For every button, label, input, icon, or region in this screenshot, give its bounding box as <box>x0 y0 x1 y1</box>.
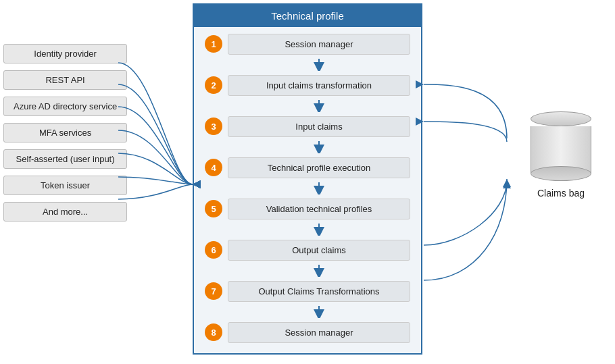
step-badge-3: 3 <box>205 118 222 135</box>
arrow-2-3 <box>228 100 410 112</box>
step-row-7: 7 Output Claims Transformations <box>205 281 410 302</box>
step-box-2: Input claims transformation <box>228 75 410 96</box>
arrow-7-8 <box>228 306 410 318</box>
step-box-4: Technical profile execution <box>228 157 410 178</box>
step-box-7: Output Claims Transformations <box>228 281 410 302</box>
arrow-4-5 <box>228 182 410 194</box>
technical-profile-panel: Technical profile 1 Session manager 2 In… <box>193 3 422 355</box>
step-box-1: Session manager <box>228 34 410 55</box>
panel-header: Technical profile <box>194 5 421 27</box>
left-box-rest-api: REST API <box>3 70 127 90</box>
diagram: Identity provider REST API Azure AD dire… <box>3 3 612 361</box>
arrow-3-4 <box>228 141 410 153</box>
step-badge-7: 7 <box>205 282 222 300</box>
arrow-6-7 <box>228 265 410 277</box>
step-badge-4: 4 <box>205 159 222 176</box>
left-box-more: And more... <box>3 202 127 222</box>
left-box-self-asserted: Self-asserted (user input) <box>3 149 127 169</box>
step-row-1: 1 Session manager <box>205 34 410 55</box>
left-box-mfa: MFA services <box>3 123 127 142</box>
claims-bag-label: Claims bag <box>537 188 585 199</box>
step-row-4: 4 Technical profile execution <box>205 157 410 178</box>
step-badge-5: 5 <box>205 200 222 217</box>
step-row-6: 6 Output claims <box>205 240 410 261</box>
step-badge-1: 1 <box>205 35 222 53</box>
step-box-8: Session manager <box>228 322 410 343</box>
cylinder-bottom <box>531 166 591 181</box>
step-badge-6: 6 <box>205 241 222 259</box>
step-row-2: 2 Input claims transformation <box>205 75 410 96</box>
left-box-token: Token issuer <box>3 176 127 195</box>
claims-bag: Claims bag <box>531 111 591 199</box>
arrow-5-6 <box>228 224 410 236</box>
step-row-5: 5 Validation technical profiles <box>205 199 410 219</box>
steps-container: 1 Session manager 2 Input claims transfo… <box>194 27 421 350</box>
step-box-3: Input claims <box>228 116 410 137</box>
cylinder-shape <box>531 111 591 181</box>
left-box-azure-ad: Azure AD directory service <box>3 97 127 116</box>
step-box-5: Validation technical profiles <box>228 199 410 219</box>
arrow-1-2 <box>228 59 410 71</box>
left-box-identity-provider: Identity provider <box>3 44 127 63</box>
step-badge-8: 8 <box>205 323 222 341</box>
step-box-6: Output claims <box>228 240 410 261</box>
step-badge-2: 2 <box>205 76 222 94</box>
cylinder-top <box>531 111 591 126</box>
step-row-3: 3 Input claims <box>205 116 410 137</box>
step-row-8: 8 Session manager <box>205 322 410 343</box>
left-boxes: Identity provider REST API Azure AD dire… <box>3 44 127 222</box>
